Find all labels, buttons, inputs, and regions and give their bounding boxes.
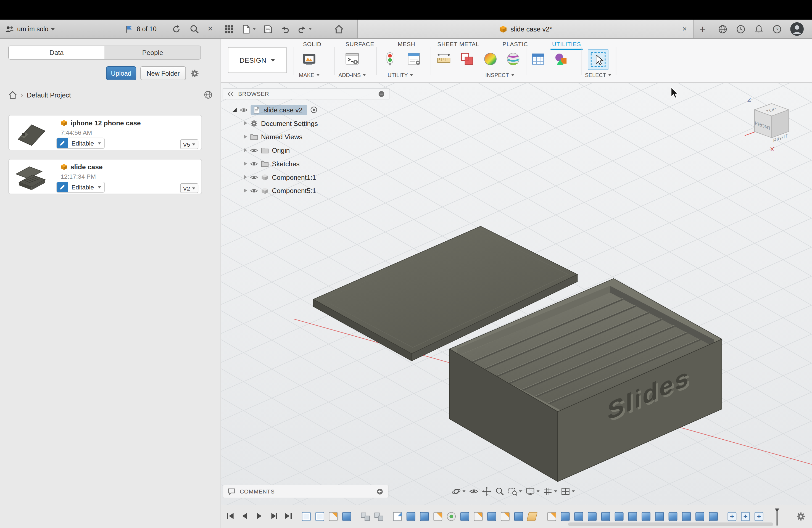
timeline-scrollbar[interactable] [568, 523, 773, 526]
timeline-extrude-feature-icon[interactable] [615, 512, 624, 521]
user-avatar[interactable] [790, 23, 804, 36]
browser-row-document-settings[interactable]: Document Settings [222, 117, 318, 130]
expand-arrow-icon[interactable] [244, 121, 247, 126]
document-tab[interactable]: slide case v2* × [358, 19, 694, 39]
extensions-icon[interactable] [718, 24, 728, 34]
grid-snaps-tool-icon[interactable] [543, 487, 557, 496]
panel-settings-gear-icon[interactable] [190, 69, 199, 78]
timeline-extrude-feature-icon[interactable] [642, 512, 650, 521]
pan-tool-icon[interactable] [482, 487, 492, 496]
go-to-start-icon[interactable] [226, 511, 235, 521]
timeline-extrude-feature-icon[interactable] [514, 512, 523, 521]
timeline-extrude-feature-icon[interactable] [682, 512, 691, 521]
make-group-label[interactable]: MAKE [299, 72, 320, 78]
close-job-icon[interactable]: × [208, 24, 213, 34]
collapse-all-icon[interactable] [378, 90, 385, 97]
zoom-tool-icon[interactable] [495, 487, 505, 496]
viewports-tool-icon[interactable] [561, 487, 575, 496]
tab-mesh[interactable]: MESH [396, 40, 417, 48]
add-comment-icon[interactable] [376, 488, 383, 495]
select-group-label[interactable]: SELECT [585, 72, 611, 78]
timeline-sketch-feature-icon[interactable] [474, 512, 483, 521]
timeline-sketch-feature-icon[interactable] [329, 512, 338, 521]
model-viewport[interactable]: Slides Slides BROWSER slide case v2 [221, 83, 812, 505]
window-zoom-tool-icon[interactable] [508, 487, 522, 496]
timeline-extrude-feature-icon[interactable] [342, 512, 351, 521]
comments-bar[interactable]: COMMENTS [222, 485, 388, 498]
timeline-extrude-feature-icon[interactable] [655, 512, 664, 521]
make-tool-icon[interactable] [301, 52, 317, 67]
step-forward-icon[interactable] [269, 511, 279, 521]
measure-tool-icon[interactable] [436, 52, 452, 67]
search-icon[interactable] [189, 24, 199, 34]
design-item-iphone-case[interactable]: iphone 12 phone case 7:44:56 AM Editable… [8, 115, 202, 150]
inspect-group-label[interactable]: INSPECT [485, 72, 514, 78]
notifications-bell-icon[interactable] [754, 24, 764, 34]
step-back-icon[interactable] [240, 511, 250, 521]
view-cube[interactable]: Z TOP FRONT RIGHT X [743, 94, 800, 155]
access-dropdown[interactable]: Editable [56, 138, 105, 149]
timeline-extrude-feature-icon[interactable] [601, 512, 610, 521]
eye-icon[interactable] [250, 173, 258, 181]
addins-group-label[interactable]: ADD-INS [338, 72, 366, 78]
activate-radio-icon[interactable] [310, 106, 317, 113]
zebra-analysis-icon[interactable] [505, 52, 521, 67]
timeline-component-feature-icon[interactable] [302, 512, 311, 521]
browser-row-component1[interactable]: Component1:1 [222, 171, 316, 184]
timeline-extrude-feature-icon[interactable] [487, 512, 496, 521]
expand-arrow-icon[interactable] [244, 175, 247, 179]
tab-people[interactable]: People [104, 46, 201, 59]
home-view-icon[interactable] [334, 24, 344, 34]
timeline-joint-feature-icon[interactable] [447, 512, 456, 521]
expand-arrow-icon[interactable] [244, 135, 247, 139]
go-to-end-icon[interactable] [284, 511, 293, 521]
appearance-shapes-icon[interactable] [553, 52, 569, 67]
display-settings-tool-icon[interactable] [526, 487, 540, 496]
timeline-move-feature-icon[interactable] [727, 512, 736, 521]
expand-arrow-icon[interactable] [244, 162, 247, 166]
browser-header[interactable]: BROWSER [222, 88, 389, 99]
timeline-extrude-feature-icon[interactable] [628, 512, 637, 521]
new-tab-button[interactable]: + [700, 19, 706, 39]
undo-icon[interactable] [280, 24, 290, 34]
eye-icon[interactable] [250, 187, 258, 194]
tab-utilities[interactable]: UTILITIES [550, 40, 582, 50]
timeline-extrude-feature-icon[interactable] [420, 512, 429, 521]
timeline-extrude-feature-icon[interactable] [695, 512, 704, 521]
utility-group-label[interactable]: UTILITY [388, 72, 413, 78]
timeline-move-feature-icon[interactable] [755, 512, 764, 521]
help-icon[interactable]: ? [772, 24, 782, 34]
upload-button[interactable]: Upload [106, 66, 136, 80]
addins-tool-icon[interactable] [344, 52, 360, 67]
interference-tool-icon[interactable] [459, 52, 475, 67]
timeline-document-feature-icon[interactable] [393, 512, 402, 521]
3d-scene[interactable]: Slides Slides [221, 83, 812, 505]
tab-data[interactable]: Data [9, 46, 104, 59]
timeline-pair-feature-icon[interactable] [361, 512, 370, 521]
collapse-panel-icon[interactable] [227, 91, 234, 97]
tab-close-icon[interactable]: × [680, 24, 690, 34]
timeline-extrude-feature-icon[interactable] [709, 512, 718, 521]
timeline-sketch-feature-icon[interactable] [501, 512, 510, 521]
version-dropdown[interactable]: V5 [180, 139, 199, 149]
project-name[interactable]: Default Project [27, 91, 71, 99]
access-dropdown[interactable]: Editable [56, 182, 105, 192]
timeline-extrude-feature-icon[interactable] [460, 512, 469, 521]
curvature-analysis-icon[interactable] [483, 52, 498, 67]
grid-view-icon[interactable] [224, 24, 234, 34]
tab-surface[interactable]: SURFACE [344, 40, 376, 48]
browser-row-sketches[interactable]: Sketches [222, 157, 300, 170]
history-clock-icon[interactable] [736, 24, 746, 34]
play-icon[interactable] [255, 511, 264, 521]
eye-icon[interactable] [250, 146, 258, 154]
process-form-icon[interactable] [406, 52, 421, 67]
timeline-settings-gear-icon[interactable] [796, 512, 806, 522]
tab-plastic[interactable]: PLASTIC [501, 40, 530, 48]
timeline-position-marker[interactable] [775, 509, 779, 526]
timeline-sketch-feature-icon[interactable] [433, 512, 442, 521]
browser-row-origin[interactable]: Origin [222, 144, 290, 156]
look-at-tool-icon[interactable] [469, 487, 479, 496]
save-icon[interactable] [263, 24, 273, 34]
team-switcher[interactable]: um im solo [5, 19, 55, 39]
select-tool-active[interactable] [588, 49, 608, 70]
